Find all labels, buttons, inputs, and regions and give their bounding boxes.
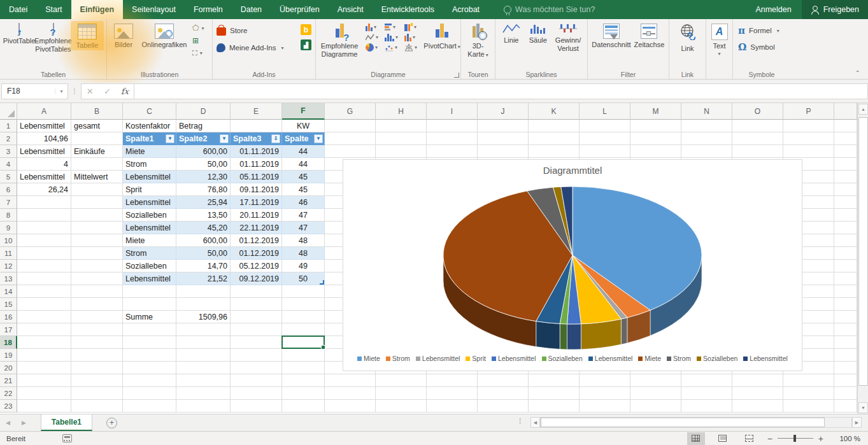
cell-N22[interactable] xyxy=(681,387,732,400)
select-all-corner[interactable] xyxy=(0,103,17,120)
cell-D2[interactable]: Spalte2▼ xyxy=(176,132,231,145)
cell-D10[interactable]: 600,00 xyxy=(176,234,231,247)
cell-F6[interactable]: 45 xyxy=(282,183,325,196)
ribbon-tab-einfügen[interactable]: Einfügen xyxy=(71,0,123,19)
cell-M1[interactable] xyxy=(630,120,681,132)
cell-F15[interactable] xyxy=(282,298,325,311)
cell-B7[interactable] xyxy=(71,196,123,209)
row-header-6[interactable]: 6 xyxy=(0,183,17,196)
name-box[interactable]: F18 ▾ xyxy=(1,83,68,99)
scroll-up-icon[interactable]: ▲ xyxy=(858,104,868,115)
bing-maps-icon[interactable]: b xyxy=(301,24,311,35)
cell-E2[interactable]: Spalte3⇩ xyxy=(231,132,282,145)
cell-F7[interactable]: 46 xyxy=(282,196,325,209)
column-header-G[interactable]: G xyxy=(325,103,376,120)
cell-Q6[interactable] xyxy=(834,183,857,196)
cell-B6[interactable] xyxy=(71,183,123,196)
formula-input[interactable] xyxy=(134,83,868,99)
cell-E11[interactable]: 01.12.2019 xyxy=(231,247,282,260)
cell-P21[interactable] xyxy=(783,374,834,387)
store-button[interactable]: Store xyxy=(215,24,301,38)
cell-N1[interactable] xyxy=(681,120,732,132)
cell-Q8[interactable] xyxy=(834,209,857,222)
zoom-slider[interactable] xyxy=(778,438,813,439)
cell-F14[interactable] xyxy=(282,285,325,298)
sort-filter-button-icon[interactable]: ⇩ xyxy=(271,134,280,143)
recommended-pivottables-button[interactable]: ? Empfohlene PivotTables xyxy=(36,21,71,53)
column-header-M[interactable]: M xyxy=(630,103,681,120)
cell-M22[interactable] xyxy=(630,387,681,400)
cell-B19[interactable] xyxy=(71,349,123,362)
cell-B11[interactable] xyxy=(71,247,123,260)
filter-button-icon[interactable]: ▼ xyxy=(314,134,323,143)
cell-C23[interactable] xyxy=(123,400,176,413)
cell-D21[interactable] xyxy=(176,374,231,387)
cell-C1[interactable]: Kostenfaktor xyxy=(123,120,176,132)
cell-Q23[interactable] xyxy=(834,400,857,413)
cell-Q17[interactable] xyxy=(834,323,857,336)
cell-B20[interactable] xyxy=(71,362,123,374)
cell-B1[interactable]: gesamt xyxy=(71,120,123,132)
cell-F5[interactable]: 45 xyxy=(282,171,325,183)
cell-B8[interactable] xyxy=(71,209,123,222)
ribbon-tab-datei[interactable]: Datei xyxy=(0,0,36,19)
cell-D9[interactable]: 45,20 xyxy=(176,222,231,234)
cell-F21[interactable] xyxy=(282,374,325,387)
cell-A11[interactable] xyxy=(17,247,71,260)
cell-B5[interactable]: Mittelwert xyxy=(71,171,123,183)
cell-O1[interactable] xyxy=(732,120,783,132)
share-button[interactable]: Freigeben xyxy=(802,0,868,19)
cell-A17[interactable] xyxy=(17,323,71,336)
cell-D7[interactable]: 25,94 xyxy=(176,196,231,209)
cell-F13[interactable]: 50 xyxy=(282,272,325,285)
column-header-D[interactable]: D xyxy=(176,103,231,120)
pivotchart-button[interactable]: PivotChart xyxy=(422,21,462,51)
cell-Q20[interactable] xyxy=(834,362,857,374)
cell-M23[interactable] xyxy=(630,400,681,413)
cell-F3[interactable]: 44 xyxy=(282,145,325,158)
cell-A12[interactable] xyxy=(17,260,71,272)
column-header-I[interactable]: I xyxy=(427,103,478,120)
cell-E7[interactable]: 17.11.2019 xyxy=(231,196,282,209)
cell-A19[interactable] xyxy=(17,349,71,362)
cell-A23[interactable] xyxy=(17,400,71,413)
row-header-10[interactable]: 10 xyxy=(0,234,17,247)
cell-O2[interactable] xyxy=(732,132,783,145)
new-sheet-button[interactable]: + xyxy=(106,418,117,428)
cell-K2[interactable] xyxy=(529,132,580,145)
cell-D4[interactable]: 50,00 xyxy=(176,158,231,171)
pie-chart-object[interactable]: Diagrammtitel MieteStromLebensmittelSpri… xyxy=(343,159,802,371)
cell-A20[interactable] xyxy=(17,362,71,374)
cell-A9[interactable] xyxy=(17,222,71,234)
cell-O23[interactable] xyxy=(732,400,783,413)
row-header-23[interactable]: 23 xyxy=(0,400,17,413)
cell-C7[interactable]: Lebensmittel xyxy=(123,196,176,209)
cell-A18[interactable] xyxy=(17,336,71,349)
cell-Q4[interactable] xyxy=(834,158,857,171)
row-header-8[interactable]: 8 xyxy=(0,209,17,222)
cell-E14[interactable] xyxy=(231,285,282,298)
cell-J2[interactable] xyxy=(478,132,529,145)
cell-D8[interactable]: 13,50 xyxy=(176,209,231,222)
insert-function-icon[interactable]: f𝑥 xyxy=(117,83,134,99)
cell-C8[interactable]: Sozialleben xyxy=(123,209,176,222)
cell-C20[interactable] xyxy=(123,362,176,374)
statistic-chart-button[interactable]: ▾ xyxy=(383,32,399,42)
online-pictures-button[interactable]: Onlinegrafiken xyxy=(138,21,191,50)
ribbon-tab-überprüfen[interactable]: Überprüfen xyxy=(271,0,329,19)
cell-L23[interactable] xyxy=(580,400,630,413)
cell-Q16[interactable] xyxy=(834,311,857,323)
cell-P1[interactable] xyxy=(783,120,834,132)
cell-D14[interactable] xyxy=(176,285,231,298)
pie-chart-button[interactable]: ▾ xyxy=(364,43,380,52)
cell-C2[interactable]: Spalte1▼ xyxy=(123,132,176,145)
cell-L2[interactable] xyxy=(580,132,630,145)
cell-I2[interactable] xyxy=(427,132,478,145)
cell-B3[interactable]: Einkäufe xyxy=(71,145,123,158)
cell-Q14[interactable] xyxy=(834,285,857,298)
cell-E6[interactable]: 09.11.2019 xyxy=(231,183,282,196)
cell-E22[interactable] xyxy=(231,387,282,400)
cell-D22[interactable] xyxy=(176,387,231,400)
cell-A16[interactable] xyxy=(17,311,71,323)
pictures-button[interactable]: Bilder xyxy=(110,21,138,50)
